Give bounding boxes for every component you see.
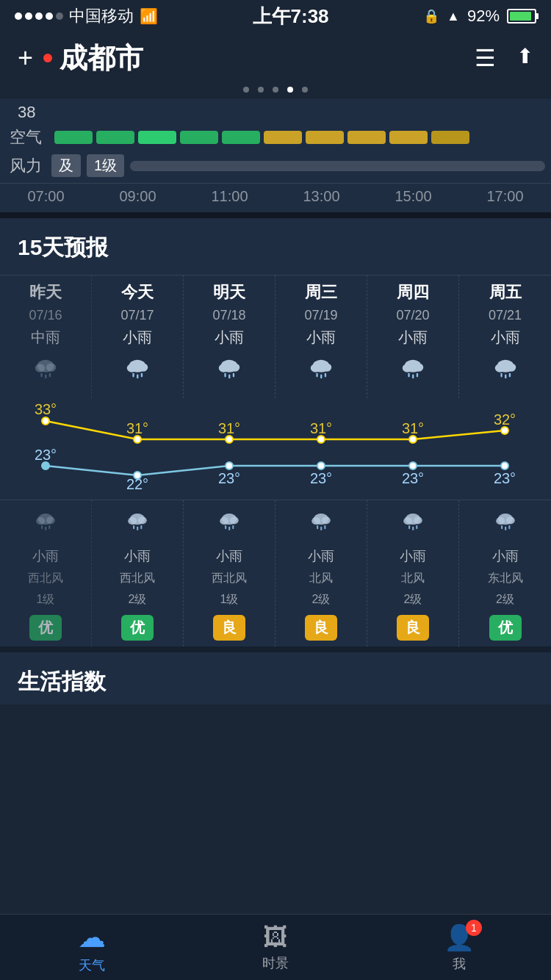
battery-percent: 92%: [467, 7, 500, 26]
svg-point-55: [311, 517, 320, 525]
fc-wind-level-2: 1级: [220, 592, 239, 608]
air-label: 空气: [0, 126, 51, 148]
forecast-col-bottom-4: 小雨 北风 2级 良: [367, 500, 459, 646]
svg-rect-28: [412, 375, 414, 379]
svg-point-62: [414, 516, 422, 524]
forecast-grid-top: 昨天 07/16 中雨 今天 07/17 小雨 明天 07/18 小雨 周三: [0, 275, 551, 398]
svg-point-43: [128, 517, 137, 525]
svg-rect-5: [49, 373, 51, 378]
svg-rect-27: [408, 373, 409, 378]
page-dot-0[interactable]: [243, 87, 249, 93]
high-dot-2: [226, 436, 233, 443]
page-dot-4[interactable]: [302, 87, 308, 93]
tab-me[interactable]: 👤 1 我: [367, 915, 551, 980]
fc-weather-high-3: 小雨: [306, 328, 336, 347]
fc-day-4: 周四: [397, 281, 429, 303]
lock-icon: 🔒: [423, 8, 439, 24]
air-bar-container: [51, 131, 472, 144]
fc-badge-5: 优: [489, 615, 522, 641]
svg-point-14: [230, 363, 240, 371]
wind-badge-level: 1级: [87, 154, 124, 177]
time-label-0: 07:00: [0, 188, 92, 205]
tab-weather[interactable]: ☁ 天气: [0, 915, 184, 980]
svg-rect-71: [508, 525, 510, 529]
fc-icon-low-3: [309, 509, 334, 540]
svg-point-20: [322, 363, 331, 371]
svg-rect-10: [137, 375, 138, 379]
svg-point-1: [35, 364, 45, 372]
add-location-button[interactable]: +: [18, 43, 33, 73]
forecast-col-bottom-1: 小雨 西北风 2级 优: [92, 500, 184, 646]
list-icon[interactable]: ☰: [475, 44, 496, 72]
fc-icon-high-4: [399, 355, 427, 389]
fc-wind-3: 北风: [309, 571, 333, 586]
wind-label: 风力: [0, 155, 51, 177]
svg-rect-35: [508, 373, 510, 378]
svg-rect-69: [501, 525, 503, 529]
svg-rect-45: [133, 525, 134, 529]
svg-rect-11: [141, 373, 143, 378]
fc-wind-level-4: 2级: [404, 592, 422, 608]
temperature-chart: 33° 31° 31° 31° 31° 32° 23° 22° 23° 23° …: [0, 401, 551, 497]
high-temp-label-0: 33°: [35, 401, 57, 417]
status-left: 中国移动 📶: [15, 5, 158, 27]
wifi-icon: 📶: [140, 7, 158, 25]
forecast-col-bottom-3: 小雨 北风 2级 良: [276, 500, 367, 646]
weather-tab-label: 天气: [79, 956, 105, 974]
fc-weather-high-1: 小雨: [123, 328, 152, 347]
forecast-col-top-4: 周四 07/20 小雨: [367, 275, 459, 398]
signal-dots: [15, 12, 63, 20]
header: + 成都市 ☰ ⬆: [0, 32, 551, 84]
page-dot-1[interactable]: [258, 87, 264, 93]
temp-svg: 33° 31° 31° 31° 31° 32° 23° 22° 23° 23° …: [0, 401, 551, 497]
time-label-5: 17:00: [459, 188, 551, 205]
fc-weather-high-0: 中雨: [31, 328, 60, 347]
svg-rect-39: [41, 525, 43, 529]
svg-rect-58: [320, 527, 322, 530]
page-dot-3[interactable]: [287, 87, 293, 93]
svg-point-67: [496, 517, 505, 525]
fc-date-5: 07/21: [489, 308, 522, 323]
fc-badge-1: 优: [121, 615, 154, 641]
fc-day-5: 周五: [489, 281, 522, 303]
life-section: 生活指数: [0, 646, 551, 705]
svg-rect-65: [416, 525, 417, 529]
forecast-col-top-2: 明天 07/18 小雨: [184, 275, 276, 398]
share-icon[interactable]: ⬆: [516, 44, 533, 72]
fc-weather-low-3: 小雨: [308, 547, 334, 565]
fc-date-1: 07/17: [120, 308, 154, 323]
high-temp-label-4: 31°: [402, 420, 424, 436]
page-dots: [0, 84, 551, 98]
me-badge-dot: 1: [466, 920, 482, 936]
weather-tab-icon: ☁: [78, 921, 106, 954]
svg-rect-59: [324, 525, 325, 529]
low-temp-label-0: 23°: [35, 447, 57, 463]
time-axis: 07:00 09:00 11:00 13:00 15:00 17:00: [0, 183, 551, 212]
wind-row: 风力 及 1级: [0, 151, 551, 183]
fc-wind-0: 西北风: [28, 571, 63, 586]
time-label-2: 11:00: [184, 188, 276, 205]
low-dot-3: [317, 462, 325, 469]
high-dot-3: [317, 436, 325, 443]
fc-date-2: 07/18: [212, 308, 245, 323]
location-icon: ▲: [447, 9, 460, 24]
time-label-3: 13:00: [276, 188, 367, 205]
low-dot-4: [409, 462, 417, 469]
fc-day-2: 明天: [213, 281, 245, 303]
wind-bar: [130, 161, 545, 171]
forecast-col-top-1: 今天 07/17 小雨: [92, 275, 184, 398]
fc-weather-low-4: 小雨: [400, 547, 426, 565]
air-quality-section: 38 空气 风力 及 1级 07:00 09:00 11:00 13:00 15…: [0, 98, 551, 212]
fc-day-3: 周三: [305, 281, 337, 303]
header-left: + 成都市: [18, 40, 143, 77]
fc-weather-low-1: 小雨: [124, 547, 151, 565]
page-dot-2[interactable]: [273, 87, 278, 93]
svg-rect-23: [325, 373, 326, 378]
fc-day-0: 昨天: [29, 281, 62, 303]
fc-wind-2: 西北风: [212, 571, 247, 586]
svg-rect-47: [140, 525, 142, 529]
forecast-col-bottom-2: 小雨 西北风 1级 良: [184, 500, 276, 646]
fc-icon-low-0: [33, 509, 58, 540]
svg-point-8: [138, 363, 148, 371]
tab-scenes[interactable]: 🖼 时景: [184, 915, 367, 980]
